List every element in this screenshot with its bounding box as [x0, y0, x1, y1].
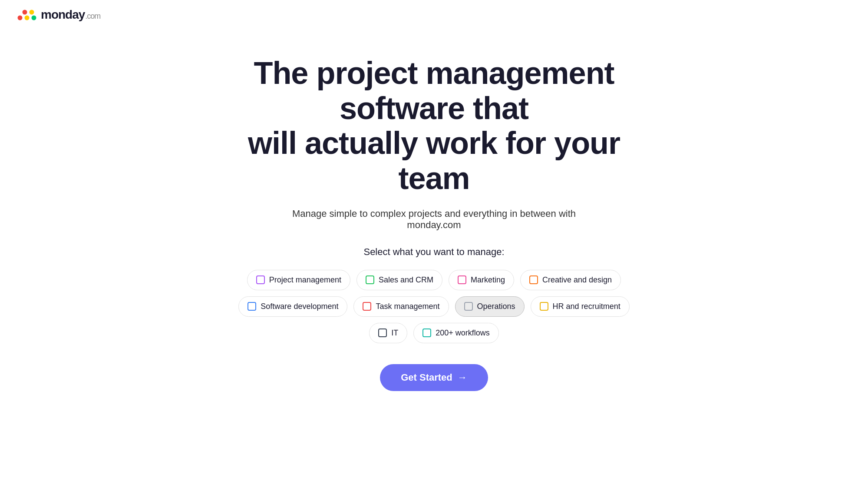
- checkbox-workflows: [422, 328, 431, 337]
- option-hr-recruitment[interactable]: HR and recruitment: [531, 296, 630, 317]
- option-software-dev[interactable]: Software development: [238, 296, 347, 317]
- main-content: The project management software that wil…: [0, 30, 868, 426]
- checkbox-hr-recruitment: [540, 302, 548, 311]
- svg-point-1: [23, 10, 27, 15]
- option-workflows[interactable]: 200+ workflows: [413, 323, 499, 343]
- options-container: Project management Sales and CRM Marketi…: [238, 270, 629, 343]
- option-label: 200+ workflows: [436, 328, 490, 338]
- checkbox-software-dev: [248, 302, 256, 311]
- option-label: Software development: [261, 302, 338, 311]
- logo-svg: [17, 8, 36, 21]
- option-label: Operations: [477, 302, 515, 311]
- option-label: Sales and CRM: [379, 275, 433, 285]
- option-label: Project management: [269, 275, 341, 285]
- header: monday.com: [0, 0, 868, 30]
- option-label: IT: [391, 328, 398, 338]
- option-task-management[interactable]: Task management: [353, 296, 449, 317]
- cta-label: Get Started: [401, 372, 452, 383]
- option-operations[interactable]: Operations: [455, 296, 525, 317]
- logo-wordmark: monday.com: [41, 8, 100, 22]
- options-row-2: Software development Task management Ope…: [238, 296, 629, 317]
- svg-point-0: [18, 16, 23, 20]
- subtitle: Manage simple to complex projects and ev…: [282, 208, 586, 231]
- svg-point-2: [25, 16, 30, 20]
- option-sales-crm[interactable]: Sales and CRM: [356, 270, 442, 290]
- svg-point-4: [32, 16, 36, 20]
- option-project-management[interactable]: Project management: [247, 270, 350, 290]
- select-label: Select what you want to manage:: [363, 246, 504, 258]
- logo-icon: [17, 8, 36, 21]
- option-label: Task management: [376, 302, 439, 311]
- headline: The project management software that wil…: [239, 56, 630, 196]
- checkbox-sales-crm: [366, 275, 374, 284]
- get-started-button[interactable]: Get Started →: [380, 364, 488, 391]
- option-marketing[interactable]: Marketing: [449, 270, 514, 290]
- checkbox-it: [378, 328, 387, 337]
- option-label: Marketing: [471, 275, 505, 285]
- svg-point-3: [30, 10, 34, 15]
- checkbox-marketing: [458, 275, 466, 284]
- checkbox-creative-design: [529, 275, 538, 284]
- options-row-3: IT 200+ workflows: [369, 323, 499, 343]
- option-label: HR and recruitment: [553, 302, 620, 311]
- checkbox-task-management: [363, 302, 371, 311]
- options-row-1: Project management Sales and CRM Marketi…: [247, 270, 621, 290]
- checkbox-project-management: [256, 275, 265, 284]
- checkbox-operations: [464, 302, 473, 311]
- option-it[interactable]: IT: [369, 323, 407, 343]
- option-creative-design[interactable]: Creative and design: [520, 270, 621, 290]
- option-label: Creative and design: [542, 275, 612, 285]
- logo: monday.com: [17, 8, 100, 22]
- arrow-icon: →: [458, 372, 467, 383]
